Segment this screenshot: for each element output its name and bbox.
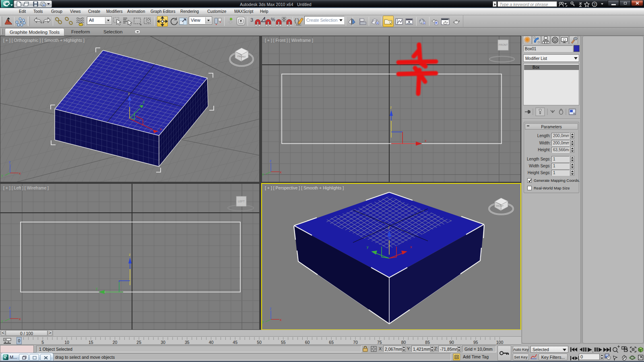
svg-text:y: y [367, 245, 369, 249]
svg-text:z: z [390, 105, 392, 109]
svg-text:z: z [128, 92, 130, 96]
svg-text:[ + ] [ Perspective ] [ Smooth: [ + ] [ Perspective ] [ Smooth + Highlig… [265, 185, 344, 190]
svg-text:y: y [262, 320, 264, 324]
svg-text:[ + ] [ Orthographic ] [ Smoot: [ + ] [ Orthographic ] [ Smooth + Highli… [3, 38, 85, 43]
svg-text:[ + ] [ Left ] [ Wireframe ]: [ + ] [ Left ] [ Wireframe ] [3, 185, 49, 190]
svg-text:3: 3 [250, 17, 253, 23]
svg-text:[ + ] [ Front ] [ Wireframe ]: [ + ] [ Front ] [ Wireframe ] [265, 38, 313, 43]
svg-text:x: x [160, 127, 162, 131]
svg-text:z: z [388, 226, 390, 230]
svg-text:x: x [410, 245, 412, 249]
svg-text:z: z [129, 253, 131, 257]
svg-text:ABC: ABC [296, 23, 302, 26]
svg-text:x: x [19, 171, 21, 175]
svg-text:y: y [143, 100, 145, 104]
svg-text:z: z [270, 306, 272, 311]
svg-text:z: z [270, 159, 272, 163]
svg-text:y: y [1, 319, 3, 323]
svg-text:y: y [262, 172, 264, 176]
svg-text:%: % [271, 17, 275, 23]
svg-text:y: y [1, 173, 3, 177]
svg-text:y: y [96, 286, 98, 290]
svg-text:x: x [280, 318, 282, 322]
svg-text:FRONT: FRONT [499, 43, 508, 46]
svg-text:?: ? [594, 2, 596, 6]
svg-text:z: z [9, 306, 11, 310]
svg-text:FRONT: FRONT [496, 205, 504, 207]
svg-text:LEFT: LEFT [238, 200, 245, 203]
svg-text:x: x [425, 139, 427, 143]
svg-text:x: x [19, 317, 21, 321]
svg-text:z: z [9, 160, 11, 164]
svg-text:x: x [280, 170, 282, 174]
